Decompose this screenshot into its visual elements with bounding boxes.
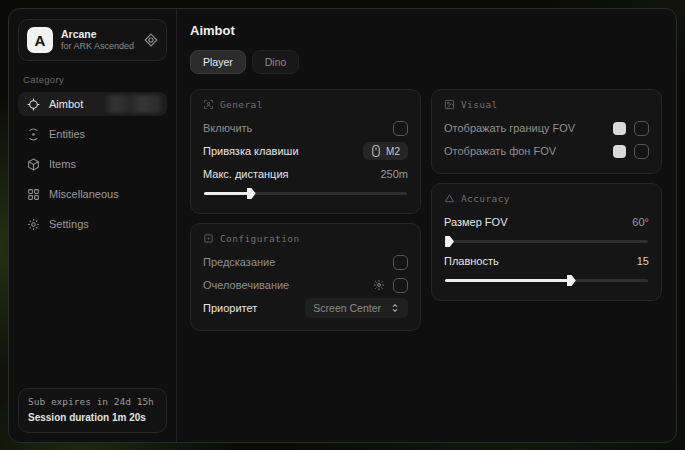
brand-card: A Arcane for ARK Ascended (18, 19, 167, 61)
slider-thumb[interactable] (445, 236, 454, 247)
sidebar-item-label: Miscellaneous (49, 188, 119, 200)
chevrons-up-down-icon (390, 302, 400, 314)
fov-size-value: 60° (632, 216, 649, 228)
sliders-icon (203, 233, 214, 244)
humanization-row: Очеловечивание (203, 274, 408, 296)
package-icon (27, 158, 40, 171)
target-icon[interactable] (144, 33, 158, 47)
keybind-button[interactable]: M2 (363, 142, 408, 160)
page-title: Aimbot (190, 23, 662, 38)
slider-fill (204, 192, 251, 195)
tabs: Player Dino (190, 50, 662, 74)
sidebar-nav: Aimbot Entities Items Miscellaneous (18, 92, 167, 236)
brand-logo: A (27, 27, 53, 53)
keybind-label: Привязка клавиши (203, 145, 299, 157)
brand-text: Arcane for ARK Ascended (61, 28, 136, 52)
configuration-panel: Configuration Предсказание Очеловечивани… (190, 223, 421, 331)
smoothness-label: Плавность (444, 255, 499, 267)
tab-dino[interactable]: Dino (252, 50, 300, 74)
enable-checkbox[interactable] (393, 121, 408, 136)
crosshair-icon (27, 98, 40, 111)
panel-columns: General Включить Привязка клавиши M2 (190, 89, 662, 331)
sidebar-item-label: Aimbot (49, 98, 83, 110)
slider-thumb[interactable] (247, 188, 256, 199)
triangle-icon (444, 193, 455, 204)
max-distance-slider[interactable] (204, 192, 407, 195)
gear-icon (27, 218, 40, 231)
tab-player[interactable]: Player (190, 50, 246, 74)
max-distance-label: Макс. дистанция (203, 168, 289, 180)
humanization-controls (373, 278, 408, 293)
priority-dropdown[interactable]: Screen Center (305, 298, 408, 318)
grid-icon (27, 188, 40, 201)
general-header: General (203, 99, 408, 110)
fov-border-controls (613, 121, 649, 136)
accuracy-header: Accuracy (444, 193, 649, 204)
fov-background-label: Отображать фон FOV (444, 145, 556, 157)
left-column: General Включить Привязка клавиши M2 (190, 89, 421, 331)
gear-icon[interactable] (373, 279, 385, 291)
brand-subtitle: for ARK Ascended (61, 41, 136, 52)
general-title: General (220, 99, 263, 110)
keybind-row: Привязка клавиши M2 (203, 140, 408, 162)
main-content: Aimbot Player Dino General Включить (177, 9, 676, 442)
fov-background-row: Отображать фон FOV (444, 140, 649, 162)
app-window: A Arcane for ARK Ascended Category Aimbo… (8, 8, 677, 443)
sidebar-item-label: Entities (49, 128, 85, 140)
sidebar-item-settings[interactable]: Settings (18, 212, 167, 236)
session-duration-text: Session duration 1m 20s (28, 410, 157, 426)
smoothness-slider[interactable] (445, 279, 648, 282)
general-panel: General Включить Привязка клавиши M2 (190, 89, 421, 214)
smoothness-row: Плавность 15 (444, 250, 649, 272)
sidebar-item-items[interactable]: Items (18, 152, 167, 176)
fov-background-color-swatch[interactable] (613, 145, 626, 158)
mouse-icon (371, 145, 381, 157)
sub-expires-text: Sub expires in 24d 15h (28, 395, 157, 410)
sidebar-item-label: Items (49, 158, 76, 170)
fov-border-checkbox[interactable] (634, 121, 649, 136)
enable-label: Включить (203, 122, 252, 134)
fov-background-checkbox[interactable] (634, 144, 649, 159)
sidebar-item-entities[interactable]: Entities (18, 122, 167, 146)
keybind-value: M2 (386, 146, 400, 157)
prediction-label: Предсказание (203, 256, 275, 268)
accuracy-title: Accuracy (461, 193, 510, 204)
fov-border-color-swatch[interactable] (613, 122, 626, 135)
max-distance-row: Макс. дистанция 250m (203, 163, 408, 185)
slider-thumb[interactable] (567, 275, 576, 286)
enable-row: Включить (203, 117, 408, 139)
visual-panel: Visual Отображать границу FOV Отображать… (431, 89, 662, 174)
configuration-header: Configuration (203, 233, 408, 244)
configuration-title: Configuration (220, 233, 300, 244)
visual-title: Visual (461, 99, 498, 110)
radar-icon (27, 128, 40, 141)
max-distance-value: 250m (380, 168, 408, 180)
priority-label: Приоритет (203, 302, 257, 314)
priority-row: Приоритет Screen Center (203, 297, 408, 319)
session-card: Sub expires in 24d 15h Session duration … (18, 388, 167, 433)
sidebar: A Arcane for ARK Ascended Category Aimbo… (9, 9, 177, 442)
fov-size-slider[interactable] (445, 240, 648, 243)
prediction-checkbox[interactable] (393, 255, 408, 270)
fov-size-label: Размер FOV (444, 216, 507, 228)
accuracy-panel: Accuracy Размер FOV 60° Плавность 15 (431, 183, 662, 301)
visual-header: Visual (444, 99, 649, 110)
category-label: Category (23, 74, 162, 85)
brand-name: Arcane (61, 28, 136, 41)
fov-size-row: Размер FOV 60° (444, 211, 649, 233)
fov-background-controls (613, 144, 649, 159)
sidebar-item-aimbot[interactable]: Aimbot (18, 92, 167, 116)
image-icon (444, 99, 455, 110)
priority-value: Screen Center (313, 302, 381, 314)
watermark (103, 95, 161, 113)
sidebar-item-miscellaneous[interactable]: Miscellaneous (18, 182, 167, 206)
humanization-checkbox[interactable] (393, 278, 408, 293)
fov-border-row: Отображать границу FOV (444, 117, 649, 139)
slider-fill (445, 279, 571, 282)
person-focus-icon (203, 99, 214, 110)
right-column: Visual Отображать границу FOV Отображать… (431, 89, 662, 301)
sidebar-item-label: Settings (49, 218, 89, 230)
fov-border-label: Отображать границу FOV (444, 122, 575, 134)
humanization-label: Очеловечивание (203, 279, 289, 291)
smoothness-value: 15 (637, 255, 649, 267)
